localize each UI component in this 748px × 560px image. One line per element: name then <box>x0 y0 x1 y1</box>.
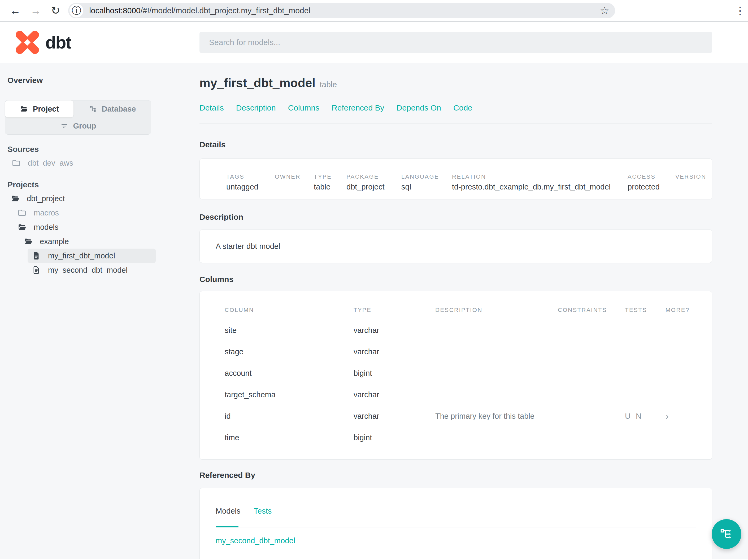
detail-value: td-presto.dbt_example_db.my_first_dbt_mo… <box>452 182 628 191</box>
tab-project[interactable]: Project <box>5 100 73 117</box>
nav-link-depends-on[interactable]: Depends On <box>397 103 441 112</box>
table-row[interactable]: account bigint <box>225 363 712 384</box>
table-row[interactable]: target_schema varchar <box>225 384 712 406</box>
cell-tests: U N <box>625 412 665 421</box>
tree-label: macros <box>34 209 59 217</box>
table-row[interactable]: site varchar <box>225 320 712 341</box>
table-row[interactable]: id varchar The primary key for this tabl… <box>225 406 712 427</box>
overview-heading: Overview <box>7 76 200 85</box>
cell-type: bigint <box>354 433 435 442</box>
site-info-icon[interactable]: ⓘ <box>70 4 83 18</box>
nav-link-columns[interactable]: Columns <box>288 103 319 112</box>
model-name: my_first_dbt_model <box>200 76 315 90</box>
nav-link-description[interactable]: Description <box>236 103 276 112</box>
sidebar-item-example[interactable]: example <box>5 234 200 249</box>
url-text[interactable]: localhost:8000/#!/model/model.dbt_projec… <box>89 6 310 15</box>
lineage-graph-button[interactable] <box>712 519 741 549</box>
cell-type: bigint <box>354 369 435 378</box>
sidebar-item-models[interactable]: models <box>5 220 200 234</box>
col-header: TYPE <box>354 307 435 314</box>
expand-chevron-icon[interactable]: › <box>665 411 712 422</box>
tab-models[interactable]: Models <box>216 507 240 515</box>
divider <box>200 123 712 124</box>
referenced-model-link[interactable]: my_second_dbt_model <box>216 536 295 545</box>
tab-database[interactable]: Database <box>73 100 151 117</box>
page: ← → ↻ ⓘ localhost:8000/#!/model/model.db… <box>0 0 748 560</box>
detail-value: table <box>314 182 346 191</box>
reload-icon[interactable]: ↻ <box>51 5 60 16</box>
description-card: A starter dbt model <box>200 229 712 263</box>
detail-label: PACKAGE <box>346 173 401 179</box>
tree-label: my_first_dbt_model <box>48 251 115 260</box>
sidebar-item-dbt-project[interactable]: dbt_project <box>5 191 200 206</box>
folder-open-icon <box>20 105 28 113</box>
cell-type: varchar <box>354 390 435 399</box>
cell-column: time <box>225 433 354 442</box>
nav-link-referenced-by[interactable]: Referenced By <box>331 103 384 112</box>
referenced-by-heading: Referenced By <box>200 471 712 479</box>
search-input[interactable] <box>200 32 712 53</box>
detail-label: TYPE <box>314 173 346 179</box>
dbt-logo-text: dbt <box>45 32 71 52</box>
columns-heading: Columns <box>200 275 712 283</box>
cell-column: id <box>225 412 354 421</box>
info-glyph: ⓘ <box>72 4 81 17</box>
materialization-badge: table <box>320 80 337 89</box>
sidebar-item-macros[interactable]: macros <box>5 206 200 220</box>
detail-value: protected <box>628 182 675 191</box>
bookmark-star-icon[interactable]: ☆ <box>600 4 609 17</box>
dbt-logo[interactable]: dbt <box>15 30 71 55</box>
tree-label: my_second_dbt_model <box>48 266 127 274</box>
tab-tests[interactable]: Tests <box>254 507 272 515</box>
back-icon[interactable]: ← <box>9 5 21 16</box>
tab-group-label: Group <box>73 122 96 130</box>
detail-value: sql <box>401 182 452 191</box>
sidebar: Overview Project Databa <box>0 63 200 559</box>
active-tab-indicator <box>216 526 238 528</box>
tab-group[interactable]: Group <box>5 117 151 135</box>
cell-type: varchar <box>354 412 435 421</box>
columns-table-header: COLUMN TYPE DESCRIPTION CONSTRAINTS TEST… <box>225 307 712 313</box>
tree-label: example <box>40 237 69 246</box>
app-header: dbt <box>0 22 748 63</box>
referenced-by-tabs: Models Tests <box>216 507 696 515</box>
file-icon <box>32 251 41 260</box>
address-bar[interactable]: ⓘ localhost:8000/#!/model/model.dbt_proj… <box>68 3 615 18</box>
nav-link-details[interactable]: Details <box>200 103 224 112</box>
url-host: localhost:8000 <box>89 6 140 15</box>
col-header: MORE? <box>665 307 712 314</box>
details-card: TAGSuntagged OWNER TYPEtable PACKAGEdbt_… <box>200 159 712 199</box>
source-label: dbt_dev_aws <box>28 159 73 168</box>
app-body: Overview Project Databa <box>0 63 748 559</box>
detail-label: VERSION <box>675 173 712 179</box>
browser-menu-icon[interactable]: ⋮ <box>735 4 745 17</box>
table-row[interactable]: stage varchar <box>225 341 712 363</box>
details-heading: Details <box>200 140 712 148</box>
col-header: TESTS <box>625 307 665 314</box>
referenced-by-card: Models Tests my_second_dbt_model <box>200 488 712 559</box>
cell-column: stage <box>225 347 354 356</box>
cell-type: varchar <box>354 347 435 356</box>
filter-lines-icon <box>60 122 68 130</box>
tree-label: models <box>34 223 59 232</box>
tab-project-label: Project <box>33 105 59 114</box>
table-row[interactable]: time bigint <box>225 427 712 448</box>
columns-card: COLUMN TYPE DESCRIPTION CONSTRAINTS TEST… <box>200 291 712 460</box>
folder-closed-icon <box>12 159 21 168</box>
page-title: my_first_dbt_modeltable <box>200 76 712 90</box>
view-switcher: Project Database Group <box>5 100 151 135</box>
sidebar-item-my-second-dbt-model[interactable]: my_second_dbt_model <box>28 263 156 277</box>
col-header: CONSTRAINTS <box>558 307 625 314</box>
sidebar-item-dbt-dev-aws[interactable]: dbt_dev_aws <box>5 156 200 170</box>
cell-type: varchar <box>354 326 435 335</box>
detail-label: RELATION <box>452 173 628 179</box>
cell-column: account <box>225 369 354 378</box>
tab-underline <box>216 527 696 528</box>
browser-chrome: ← → ↻ ⓘ localhost:8000/#!/model/model.db… <box>0 0 748 22</box>
forward-icon[interactable]: → <box>30 5 41 16</box>
projects-heading: Projects <box>7 180 200 189</box>
sidebar-item-my-first-dbt-model[interactable]: my_first_dbt_model <box>28 249 156 263</box>
description-heading: Description <box>200 213 712 220</box>
nav-link-code[interactable]: Code <box>453 103 472 112</box>
database-tree-icon <box>89 105 97 113</box>
